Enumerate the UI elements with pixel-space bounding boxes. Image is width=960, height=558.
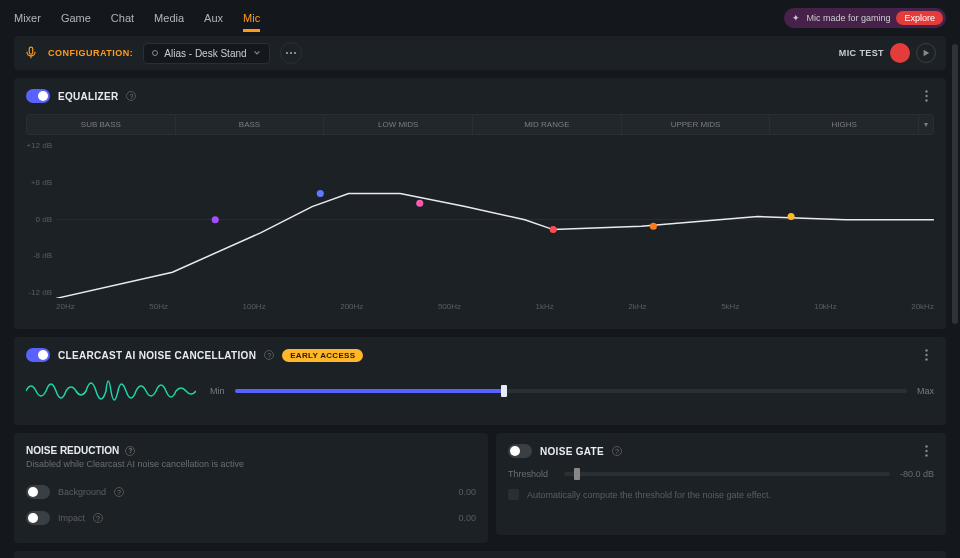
- nc-min-label: Min: [210, 386, 225, 396]
- noise-gate-title: NOISE GATE: [540, 446, 604, 457]
- tab-media[interactable]: Media: [154, 4, 184, 32]
- help-icon[interactable]: ?: [125, 446, 135, 456]
- svg-point-13: [925, 454, 927, 456]
- eq-point[interactable]: [550, 226, 557, 233]
- svg-point-4: [925, 90, 927, 92]
- eq-curve[interactable]: [56, 141, 934, 298]
- ng-auto-checkbox[interactable]: [508, 489, 519, 500]
- tab-mic[interactable]: Mic: [243, 4, 260, 32]
- eq-point[interactable]: [212, 216, 219, 223]
- promo-text: Mic made for gaming: [806, 13, 890, 23]
- help-icon[interactable]: ?: [264, 350, 274, 360]
- dots-vertical-icon: [925, 90, 928, 102]
- preset-dot-icon: [152, 50, 158, 56]
- nc-max-label: Max: [917, 386, 934, 396]
- mic-test-play-button[interactable]: [916, 43, 936, 63]
- nr-row-value: 0.00: [458, 487, 476, 497]
- sparkle-icon: ✦: [792, 13, 800, 23]
- svg-point-11: [925, 445, 927, 447]
- equalizer-toggle[interactable]: [26, 89, 50, 103]
- noise-gate-toggle[interactable]: [508, 444, 532, 458]
- svg-point-6: [925, 99, 927, 101]
- ng-threshold-value: -80.0 dB: [900, 469, 934, 479]
- configuration-value: Alias - Desk Stand: [164, 48, 246, 59]
- ng-threshold-label: Threshold: [508, 469, 554, 479]
- svg-point-10: [925, 358, 927, 360]
- equalizer-more-button[interactable]: [918, 88, 934, 104]
- eq-band-expand[interactable]: ▾: [919, 115, 933, 134]
- help-icon[interactable]: ?: [93, 513, 103, 523]
- ng-auto-label: Automatically compute the threshold for …: [527, 490, 771, 500]
- mic-icon: [24, 46, 38, 60]
- nr-impact-toggle[interactable]: [26, 511, 50, 525]
- top-tabs: Mixer Game Chat Media Aux Mic: [14, 4, 260, 32]
- nr-row-label: Impact: [58, 513, 85, 523]
- eq-band-highs[interactable]: HIGHS: [770, 115, 919, 134]
- configuration-select[interactable]: Alias - Desk Stand: [143, 43, 269, 64]
- tab-game[interactable]: Game: [61, 4, 91, 32]
- early-access-badge: EARLY ACCESS: [282, 349, 363, 362]
- nr-row-value: 0.00: [458, 513, 476, 523]
- eq-band-subbass[interactable]: SUB BASS: [27, 115, 176, 134]
- dots-vertical-icon: [925, 349, 928, 361]
- configuration-label: CONFIGURATION:: [48, 48, 133, 58]
- noise-cancellation-panel: CLEARCAST AI NOISE CANCELLATION ? EARLY …: [14, 337, 946, 425]
- tab-mixer[interactable]: Mixer: [14, 4, 41, 32]
- tab-chat[interactable]: Chat: [111, 4, 134, 32]
- config-more-button[interactable]: [280, 42, 302, 64]
- promo-pill[interactable]: ✦ Mic made for gaming Explore: [784, 8, 946, 28]
- chevron-down-icon: [253, 49, 261, 57]
- eq-point[interactable]: [650, 223, 657, 230]
- configuration-bar: CONFIGURATION: Alias - Desk Stand MIC TE…: [14, 36, 946, 70]
- mic-test-label: MIC TEST: [839, 48, 884, 58]
- eq-band-uppermids[interactable]: UPPER MIDS: [622, 115, 771, 134]
- help-icon[interactable]: ?: [126, 91, 136, 101]
- dots-horizontal-icon: [285, 47, 297, 59]
- eq-band-bass[interactable]: BASS: [176, 115, 325, 134]
- equalizer-panel: EQUALIZER ? SUB BASS BASS LOW MIDS MID R…: [14, 78, 946, 329]
- equalizer-title: EQUALIZER: [58, 91, 118, 102]
- noise-cancel-more-button[interactable]: [918, 347, 934, 363]
- svg-point-5: [925, 95, 927, 97]
- page-scrollbar[interactable]: [952, 44, 958, 324]
- noise-gate-threshold-slider[interactable]: [564, 472, 890, 476]
- nr-background-toggle[interactable]: [26, 485, 50, 499]
- svg-point-12: [925, 450, 927, 452]
- eq-band-header: SUB BASS BASS LOW MIDS MID RANGE UPPER M…: [26, 114, 934, 135]
- mic-test-record-button[interactable]: [890, 43, 910, 63]
- dots-vertical-icon: [925, 445, 928, 457]
- promo-explore-button[interactable]: Explore: [896, 11, 943, 25]
- noise-cancel-toggle[interactable]: [26, 348, 50, 362]
- help-icon[interactable]: ?: [612, 446, 622, 456]
- help-icon[interactable]: ?: [114, 487, 124, 497]
- svg-point-3: [294, 52, 296, 54]
- compressor-panel: COMPRESSOR ?: [14, 551, 946, 558]
- noise-gate-panel: NOISE GATE ? Threshold -80.0 dB Automati…: [496, 433, 946, 535]
- eq-x-axis: 20Hz50Hz 100Hz200Hz 500Hz1kHz 2kHz5kHz 1…: [56, 302, 934, 311]
- eq-point[interactable]: [317, 190, 324, 197]
- waveform-icon: [26, 373, 196, 409]
- svg-point-9: [925, 354, 927, 356]
- eq-band-midrange[interactable]: MID RANGE: [473, 115, 622, 134]
- play-icon: [922, 49, 930, 57]
- noise-reduction-title: NOISE REDUCTION: [26, 445, 119, 456]
- noise-reduction-subtitle: Disabled while Clearcast AI noise cancel…: [26, 459, 476, 469]
- tab-aux[interactable]: Aux: [204, 4, 223, 32]
- svg-point-2: [290, 52, 292, 54]
- nr-row-label: Background: [58, 487, 106, 497]
- noise-reduction-panel: NOISE REDUCTION ? Disabled while Clearca…: [14, 433, 488, 543]
- svg-point-8: [925, 349, 927, 351]
- svg-rect-0: [29, 47, 33, 54]
- eq-point[interactable]: [416, 200, 423, 207]
- noise-cancel-slider[interactable]: [235, 389, 907, 393]
- eq-y-axis: +12 dB +8 dB 0 dB -8 dB -12 dB: [26, 141, 52, 297]
- noise-cancel-title: CLEARCAST AI NOISE CANCELLATION: [58, 350, 256, 361]
- eq-point[interactable]: [788, 213, 795, 220]
- eq-band-lowmids[interactable]: LOW MIDS: [324, 115, 473, 134]
- svg-point-1: [286, 52, 288, 54]
- noise-gate-more-button[interactable]: [918, 443, 934, 459]
